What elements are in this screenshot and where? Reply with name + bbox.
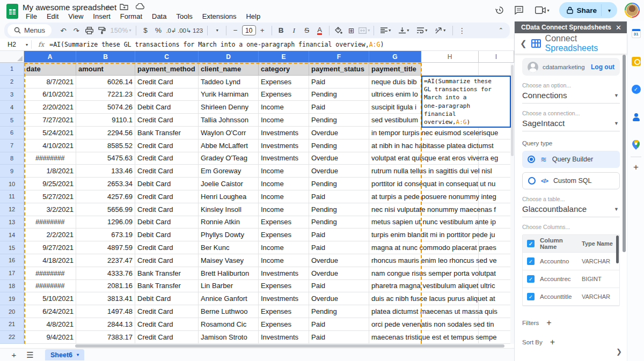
query-builder-option[interactable]: ≋ Query Builder [522, 151, 620, 168]
cell-H1[interactable] [421, 63, 479, 76]
sheet-tab-active[interactable]: Sheet6 ▾ [45, 349, 84, 360]
cell-E8[interactable]: Investments [259, 152, 309, 165]
connection-select[interactable]: SageIntacct▼ [522, 116, 620, 131]
cell-A4[interactable]: 2/20/2021 [24, 101, 76, 114]
cell-D13[interactable]: Ronnie Atkin [199, 216, 259, 229]
custom-sql-option[interactable]: </> Custom SQL [522, 172, 620, 189]
cell-D16[interactable]: Maisey Vasey [199, 254, 259, 267]
cell-F11[interactable]: Paid [309, 190, 369, 203]
bold-icon[interactable]: B [275, 24, 288, 36]
font-size-input[interactable]: 10 [242, 25, 256, 35]
cell-D4[interactable]: Shirleen Denny [199, 101, 259, 114]
cell-F8[interactable]: Overdue [309, 152, 369, 165]
cell-F17[interactable]: Overdue [309, 267, 369, 280]
decrease-decimal-icon[interactable]: .0↲ [165, 24, 178, 36]
text-color-icon[interactable]: A [313, 24, 326, 36]
cell-E7[interactable]: Investments [259, 139, 309, 152]
column-row-accountno[interactable]: ✓ Accountno VARCHAR [523, 253, 619, 270]
cell-C16[interactable]: Credit Card [135, 254, 199, 267]
cell-F13[interactable]: Pending [309, 216, 369, 229]
cell-F10[interactable]: Pending [309, 178, 369, 190]
cell-A16[interactable]: 4/18/2021 [24, 254, 76, 267]
row-header-19[interactable]: 19 [0, 292, 24, 305]
cell-F12[interactable]: Pending [309, 203, 369, 216]
cell-E19[interactable]: Investments [259, 292, 309, 305]
column-header-C[interactable]: C [135, 51, 199, 63]
cell-B12[interactable]: 5656.99 [76, 203, 135, 216]
cell-D8[interactable]: Gradey O'Teag [199, 152, 259, 165]
cell-B20[interactable]: 1497.48 [76, 305, 135, 318]
cell-D7[interactable]: Abbe McLaffert [199, 139, 259, 152]
cell-C7[interactable]: Credit Card [135, 139, 199, 152]
meet-dropdown-icon[interactable]: ▾ [547, 8, 549, 13]
cell-D19[interactable]: Annice Ganfort [199, 292, 259, 305]
cell-A5[interactable]: 7/27/2021 [24, 114, 76, 127]
formula-input[interactable]: =AI(Summarize these GL transactions for … [49, 41, 384, 48]
checkbox-checked-icon[interactable]: ✓ [527, 293, 535, 300]
cell-C11[interactable]: Credit Card [135, 190, 199, 203]
currency-format-icon[interactable]: $ [139, 24, 152, 36]
cell-A10[interactable]: 9/25/2021 [24, 178, 76, 190]
horizontal-scrollbar[interactable] [24, 344, 511, 348]
vertical-align-icon[interactable]: ▾ [395, 24, 413, 36]
cell-E18[interactable]: Expenses [259, 280, 309, 293]
menu-insert[interactable]: Insert [89, 12, 115, 21]
menu-help[interactable]: Help [241, 12, 265, 21]
cell-G20[interactable]: platea dictumst maecenas ut massa quis [369, 305, 421, 318]
cell-C4[interactable]: Debit Card [135, 101, 199, 114]
cell-E9[interactable]: Income [259, 165, 309, 178]
cell-A2[interactable]: 8/7/2021 [24, 76, 76, 89]
row-header-7[interactable]: 7 [0, 139, 24, 152]
cell-G14[interactable]: turpis enim blandit mi in porttitor pede… [369, 229, 421, 241]
cell-A7[interactable]: 4/10/2021 [24, 139, 76, 152]
column-row-accounttitle[interactable]: ✓ Accounttitle VARCHAR [523, 288, 619, 306]
borders-icon[interactable]: ⊞ [345, 24, 358, 36]
cell-editor-h2[interactable]: =AI(Summarize these GL transactions for … [421, 76, 511, 128]
more-icon[interactable]: ⋮ [456, 24, 469, 36]
cell-E13[interactable]: Expenses [259, 216, 309, 229]
column-header-D[interactable]: D [199, 51, 259, 63]
cell-G15[interactable]: magna at nunc commodo placerat praes [369, 241, 421, 254]
row-header-16[interactable]: 16 [0, 254, 24, 267]
comments-icon[interactable] [513, 4, 525, 16]
cell-B21[interactable]: 2844.13 [76, 318, 135, 331]
row-header-13[interactable]: 13 [0, 216, 24, 229]
cell-E17[interactable]: Investments [259, 267, 309, 280]
cell-E14[interactable]: Expenses [259, 229, 309, 241]
cell-G11[interactable]: at turpis a pede posuere nonummy integ [369, 190, 421, 203]
document-title[interactable]: My awesome spreadsheet [23, 3, 116, 12]
text-wrap-icon[interactable]: ▾ [413, 24, 431, 36]
cell-A6[interactable]: 5/24/2021 [24, 127, 76, 139]
move-folder-icon[interactable] [120, 3, 128, 12]
row-header-22[interactable]: 22 [0, 331, 24, 344]
menu-file[interactable]: File [21, 12, 41, 21]
cell-C18[interactable]: Bank Transfer [135, 280, 199, 293]
cell-A3[interactable]: 6/10/2021 [24, 89, 76, 101]
row-header-10[interactable]: 10 [0, 178, 24, 190]
cell-C9[interactable]: Credit Card [135, 165, 199, 178]
cell-G16[interactable]: rhoncus mauris enim leo rhoncus sed ve [369, 254, 421, 267]
cell-B10[interactable]: 2653.34 [76, 178, 135, 190]
row-header-18[interactable]: 18 [0, 280, 24, 293]
cell-C21[interactable]: Credit Card [135, 318, 199, 331]
checkbox-checked-icon[interactable]: ✓ [527, 257, 535, 265]
cell-B19[interactable]: 3813.41 [76, 292, 135, 305]
cell-B5[interactable]: 9110.1 [76, 114, 135, 127]
row-header-17[interactable]: 17 [0, 267, 24, 280]
cell-G22[interactable]: maecenas tristique est et tempus sempe [369, 331, 421, 344]
add-sort-icon[interactable]: + [550, 337, 555, 346]
row-header-8[interactable]: 8 [0, 152, 24, 165]
cell-B13[interactable]: 1296.09 [76, 216, 135, 229]
menu-format[interactable]: Format [116, 12, 147, 21]
cell-B2[interactable]: 6026.14 [76, 76, 135, 89]
cell-E21[interactable]: Expenses [259, 318, 309, 331]
option-select[interactable]: Connections▼ [522, 89, 620, 104]
cell-F9[interactable]: Overdue [309, 165, 369, 178]
row-header-1[interactable]: 1 [0, 63, 24, 76]
back-icon[interactable]: ❮ [520, 39, 527, 48]
increase-decimal-icon[interactable]: .00↳ [178, 24, 192, 36]
cell-C3[interactable]: Credit Card [135, 89, 199, 101]
cell-F19[interactable]: Overdue [309, 292, 369, 305]
cell-C17[interactable]: Bank Transfer [135, 267, 199, 280]
text-rotate-icon[interactable]: A ▾ [431, 24, 450, 36]
